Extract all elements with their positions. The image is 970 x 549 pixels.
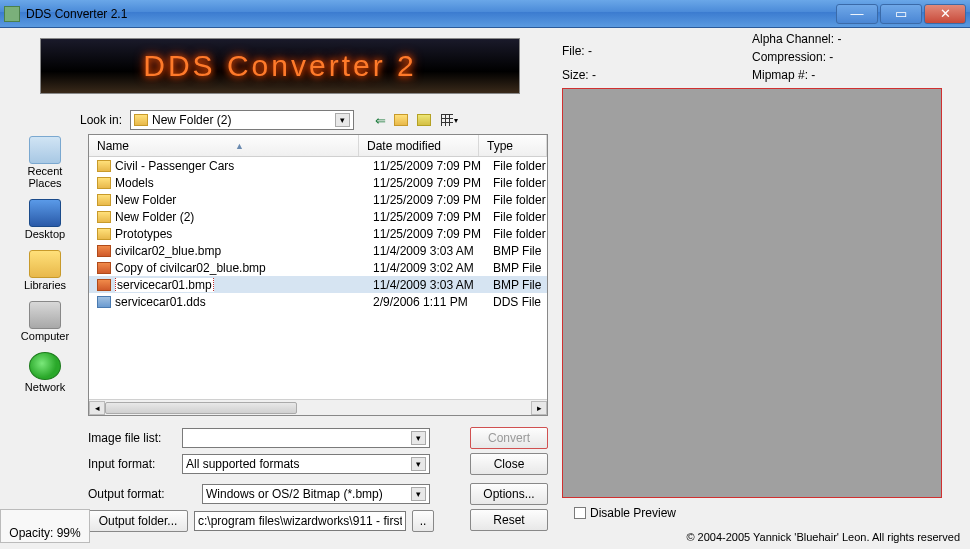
col-name[interactable]: Name▲ bbox=[89, 135, 359, 156]
maximize-button[interactable]: ▭ bbox=[880, 4, 922, 24]
back-button[interactable]: ⇐ bbox=[370, 110, 390, 130]
disable-preview-label: Disable Preview bbox=[590, 506, 676, 520]
input-format-combo[interactable]: All supported formats▾ bbox=[182, 454, 430, 474]
file-name: New Folder (2) bbox=[115, 210, 373, 224]
file-date: 11/25/2009 7:09 PM bbox=[373, 227, 493, 241]
file-date: 11/25/2009 7:09 PM bbox=[373, 210, 493, 224]
reset-button[interactable]: Reset bbox=[470, 509, 548, 531]
file-name: New Folder bbox=[115, 193, 373, 207]
file-row[interactable]: Civil - Passenger Cars11/25/2009 7:09 PM… bbox=[89, 157, 547, 174]
place-label: Libraries bbox=[24, 279, 66, 291]
place-recent[interactable]: Recent Places bbox=[8, 134, 82, 191]
file-date: 11/4/2009 3:03 AM bbox=[373, 244, 493, 258]
output-format-label: Output format: bbox=[88, 487, 196, 501]
row-image-list: Image file list: ▾ bbox=[88, 428, 430, 448]
desktop-icon bbox=[29, 199, 61, 227]
places-sidebar: Recent Places Desktop Libraries Computer… bbox=[8, 134, 82, 395]
image-list-combo[interactable]: ▾ bbox=[182, 428, 430, 448]
folder-icon bbox=[97, 211, 111, 223]
folder-icon bbox=[97, 228, 111, 240]
file-type: File folder bbox=[493, 159, 547, 173]
row-input-format: Input format: All supported formats▾ bbox=[88, 454, 430, 474]
view-menu-button[interactable]: ▾ bbox=[439, 110, 459, 130]
file-row[interactable]: Copy of civilcar02_blue.bmp11/4/2009 3:0… bbox=[89, 259, 547, 276]
chevron-down-icon[interactable]: ▾ bbox=[335, 113, 350, 127]
alpha-info: Alpha Channel: - bbox=[752, 32, 841, 46]
scroll-right-icon[interactable]: ▸ bbox=[531, 401, 547, 415]
file-row[interactable]: civilcar02_blue.bmp11/4/2009 3:03 AMBMP … bbox=[89, 242, 547, 259]
preview-pane bbox=[562, 88, 942, 498]
new-folder-button[interactable] bbox=[416, 110, 436, 130]
file-list-header: Name▲ Date modified Type bbox=[89, 135, 547, 157]
up-button[interactable] bbox=[393, 110, 413, 130]
folder-icon bbox=[97, 194, 111, 206]
lookin-row: Look in: New Folder (2) ▾ ⇐ ▾ bbox=[80, 110, 459, 130]
grid-icon bbox=[441, 114, 453, 126]
file-row[interactable]: New Folder (2)11/25/2009 7:09 PMFile fol… bbox=[89, 208, 547, 225]
scroll-thumb[interactable] bbox=[105, 402, 297, 414]
dds-icon bbox=[97, 296, 111, 308]
place-network[interactable]: Network bbox=[23, 350, 67, 395]
file-name: Copy of civilcar02_blue.bmp bbox=[115, 261, 373, 275]
output-format-combo[interactable]: Windows or OS/2 Bitmap (*.bmp)▾ bbox=[202, 484, 430, 504]
file-row[interactable]: Models11/25/2009 7:09 PMFile folder bbox=[89, 174, 547, 191]
browse-button[interactable]: .. bbox=[412, 510, 434, 532]
output-folder-button[interactable]: Output folder... bbox=[88, 510, 188, 532]
file-name: Models bbox=[115, 176, 373, 190]
opacity-label: Opacity: 99% bbox=[9, 526, 80, 540]
file-row[interactable]: New Folder11/25/2009 7:09 PMFile folder bbox=[89, 191, 547, 208]
row-output-format: Output format: Windows or OS/2 Bitmap (*… bbox=[88, 484, 430, 504]
compression-info: Compression: - bbox=[752, 50, 833, 64]
chevron-down-icon[interactable]: ▾ bbox=[411, 487, 426, 501]
chevron-down-icon[interactable]: ▾ bbox=[411, 457, 426, 471]
input-format-label: Input format: bbox=[88, 457, 176, 471]
network-icon bbox=[29, 352, 61, 380]
lookin-label: Look in: bbox=[80, 113, 122, 127]
disable-preview-checkbox[interactable] bbox=[574, 507, 586, 519]
file-type: File folder bbox=[493, 193, 547, 207]
place-desktop[interactable]: Desktop bbox=[23, 197, 67, 242]
folder-icon bbox=[97, 177, 111, 189]
lookin-combo[interactable]: New Folder (2) ▾ bbox=[130, 110, 354, 130]
file-type: BMP File bbox=[493, 278, 547, 292]
window-buttons: — ▭ ✕ bbox=[836, 4, 966, 24]
col-date[interactable]: Date modified bbox=[359, 135, 479, 156]
file-date: 11/25/2009 7:09 PM bbox=[373, 193, 493, 207]
file-row[interactable]: Prototypes11/25/2009 7:09 PMFile folder bbox=[89, 225, 547, 242]
file-type: BMP File bbox=[493, 261, 547, 275]
image-list-label: Image file list: bbox=[88, 431, 176, 445]
minimize-button[interactable]: — bbox=[836, 4, 878, 24]
file-type: BMP File bbox=[493, 244, 547, 258]
new-folder-icon bbox=[417, 114, 431, 126]
options-button[interactable]: Options... bbox=[470, 483, 548, 505]
opacity-box: Opacity: 99% bbox=[0, 509, 90, 543]
file-name: servicecar01.dds bbox=[115, 295, 373, 309]
chevron-down-icon[interactable]: ▾ bbox=[411, 431, 426, 445]
convert-button[interactable]: Convert bbox=[470, 427, 548, 449]
close-button[interactable]: ✕ bbox=[924, 4, 966, 24]
close-app-button[interactable]: Close bbox=[470, 453, 548, 475]
computer-icon bbox=[29, 301, 61, 329]
file-name: civilcar02_blue.bmp bbox=[115, 244, 373, 258]
bmp-icon bbox=[97, 279, 111, 291]
place-label: Desktop bbox=[25, 228, 65, 240]
horizontal-scrollbar[interactable]: ◂ ▸ bbox=[89, 399, 547, 415]
file-type: DDS File bbox=[493, 295, 547, 309]
file-date: 11/4/2009 3:03 AM bbox=[373, 278, 493, 292]
file-date: 11/4/2009 3:02 AM bbox=[373, 261, 493, 275]
place-libraries[interactable]: Libraries bbox=[22, 248, 68, 293]
scroll-track[interactable] bbox=[105, 401, 531, 415]
file-info: File: - bbox=[562, 44, 592, 58]
folder-up-icon bbox=[394, 114, 408, 126]
place-computer[interactable]: Computer bbox=[19, 299, 71, 344]
col-type[interactable]: Type bbox=[479, 135, 547, 156]
output-folder-field[interactable]: c:\program files\wizardworks\911 - first… bbox=[194, 511, 406, 531]
size-info: Size: - bbox=[562, 68, 596, 82]
file-type: File folder bbox=[493, 210, 547, 224]
file-rows: Civil - Passenger Cars11/25/2009 7:09 PM… bbox=[89, 157, 547, 399]
place-label: Recent Places bbox=[10, 165, 80, 189]
bmp-icon bbox=[97, 262, 111, 274]
file-row[interactable]: servicecar01.bmp11/4/2009 3:03 AMBMP Fil… bbox=[89, 276, 547, 293]
scroll-left-icon[interactable]: ◂ bbox=[89, 401, 105, 415]
file-row[interactable]: servicecar01.dds2/9/2006 1:11 PMDDS File bbox=[89, 293, 547, 310]
